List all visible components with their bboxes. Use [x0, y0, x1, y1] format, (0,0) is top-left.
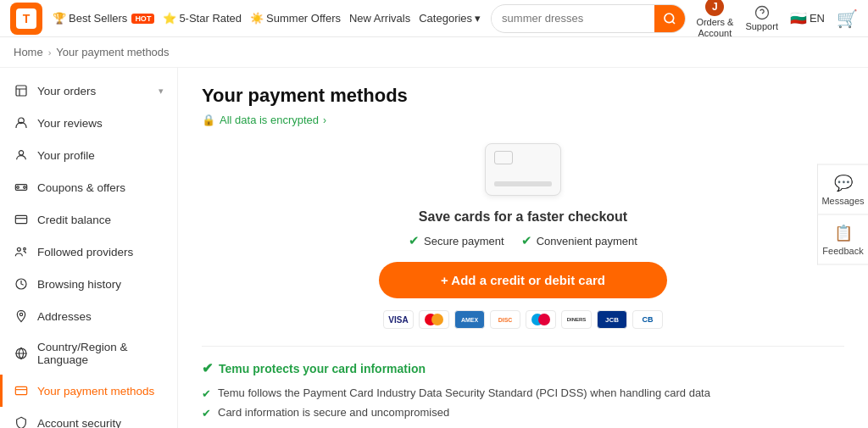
nav-best-sellers[interactable]: 🏆 Best Sellers HOT — [53, 12, 154, 25]
hot-badge: HOT — [131, 14, 154, 24]
page-title: Your payment methods — [202, 85, 844, 107]
sidebar-item-credit[interactable]: Credit balance — [0, 203, 177, 236]
orders-account-label: Orders &Account — [696, 17, 733, 39]
svg-rect-7 — [15, 185, 26, 191]
breadcrumb-separator: › — [48, 47, 52, 58]
discover-logo: DISC — [490, 310, 520, 329]
card-stripe — [494, 181, 552, 186]
security-item-1: ✔ Temu follows the Payment Card Industry… — [202, 386, 844, 400]
mastercard-logo — [419, 310, 449, 329]
sidebar: Your orders ▾ Your reviews Your profile … — [0, 68, 178, 428]
svg-line-1 — [672, 21, 675, 24]
top-nav: 🏆 Best Sellers HOT ⭐ 5-Star Rated ☀️ Sum… — [53, 12, 481, 25]
history-icon — [14, 276, 29, 292]
sidebar-item-payment[interactable]: Your payment methods — [0, 375, 177, 407]
sidebar-item-addresses[interactable]: Addresses — [0, 300, 177, 332]
svg-point-2 — [755, 7, 768, 19]
secure-payment-feature: ✔ Secure payment — [409, 233, 504, 248]
check-icon: ✔ — [202, 387, 211, 400]
language-icon — [14, 346, 29, 361]
breadcrumb-home[interactable]: Home — [14, 46, 43, 58]
save-cards-title: Save cards for a faster checkout — [202, 209, 844, 225]
nav-new-arrivals[interactable]: New Arrivals — [349, 12, 410, 25]
chevron-down-icon: ▾ — [475, 12, 481, 25]
coupons-icon — [14, 180, 29, 195]
card-illustration — [202, 143, 844, 196]
payment-features: ✔ Secure payment ✔ Convenient payment — [202, 233, 844, 248]
add-card-button[interactable]: + Add a credit or debit card — [379, 262, 667, 298]
sidebar-item-history[interactable]: Browsing history — [0, 268, 177, 300]
orders-account-button[interactable]: J Orders &Account — [696, 0, 733, 39]
jcb-logo: JCB — [597, 310, 627, 329]
convenient-payment-feature: ✔ Convenient payment — [521, 233, 637, 248]
header-right: J Orders &Account Support 🇧🇬 EN 🛒 — [696, 0, 858, 39]
followed-icon — [14, 244, 29, 259]
visa-logo: VISA — [383, 310, 414, 329]
diners-logo: DINERS — [561, 310, 592, 329]
site-header: T 🏆 Best Sellers HOT ⭐ 5-Star Rated ☀️ S… — [0, 0, 868, 37]
chevron-right-icon: › — [323, 114, 326, 126]
sidebar-item-security[interactable]: Account security — [0, 407, 177, 428]
search-button[interactable] — [654, 5, 685, 32]
support-button[interactable]: Support — [745, 5, 778, 31]
temu-logo[interactable]: T — [10, 3, 42, 35]
section-divider — [202, 346, 844, 347]
main-content: Your payment methods 🔒 All data is encry… — [178, 68, 868, 428]
language-button[interactable]: 🇧🇬 EN — [790, 10, 825, 26]
support-icon — [754, 5, 770, 20]
credit-card-image — [485, 143, 561, 196]
cart-button[interactable]: 🛒 — [837, 8, 858, 29]
svg-rect-8 — [15, 215, 26, 223]
credit-icon — [14, 212, 29, 227]
convenient-check-icon: ✔ — [521, 233, 532, 248]
search-input[interactable] — [492, 7, 654, 30]
payment-logos: VISA AMEX DISC DINERS JCB CB — [202, 310, 844, 329]
sidebar-item-orders[interactable]: Your orders ▾ — [0, 75, 177, 107]
search-bar — [491, 4, 686, 33]
secure-check-icon: ✔ — [409, 233, 420, 248]
svg-point-0 — [665, 14, 674, 23]
chevron-icon: ▾ — [159, 86, 164, 97]
sidebar-item-followed[interactable]: Followed providers — [0, 236, 177, 268]
orders-icon — [14, 83, 29, 98]
breadcrumb: Home › Your payment methods — [0, 37, 868, 68]
feedback-icon: 📋 — [834, 223, 853, 242]
nav-5star[interactable]: ⭐ 5-Star Rated — [163, 12, 242, 25]
svg-point-12 — [19, 313, 22, 315]
search-icon — [663, 12, 676, 25]
payment-icon — [14, 383, 29, 398]
security-section-title: ✔ Temu protects your card information — [202, 360, 844, 376]
sidebar-item-language[interactable]: Country/Region & Language — [0, 332, 177, 375]
maestro-logo — [526, 310, 556, 329]
messages-button[interactable]: 💬 Messages — [817, 164, 868, 214]
reviews-icon — [14, 115, 29, 131]
sidebar-item-profile[interactable]: Your profile — [0, 139, 177, 171]
cb-logo: CB — [632, 310, 663, 329]
amex-logo: AMEX — [454, 310, 485, 329]
breadcrumb-current: Your payment methods — [56, 46, 169, 58]
encrypted-badge[interactable]: 🔒 All data is encrypted › — [202, 114, 844, 126]
svg-point-10 — [24, 247, 26, 250]
security-item-2: ✔ Card information is secure and uncompr… — [202, 406, 844, 420]
svg-rect-4 — [16, 86, 26, 96]
nav-summer[interactable]: ☀️ Summer Offers — [250, 12, 341, 25]
check-icon: ✔ — [202, 407, 211, 420]
feedback-button[interactable]: 📋 Feedback — [817, 214, 868, 264]
nav-categories[interactable]: Categories ▾ — [419, 12, 481, 25]
page-layout: Your orders ▾ Your reviews Your profile … — [0, 68, 868, 428]
messages-icon: 💬 — [834, 173, 853, 192]
lock-icon: 🔒 — [202, 114, 215, 126]
avatar: J — [705, 0, 724, 16]
shield-check-icon: ✔ — [202, 360, 213, 376]
card-chip — [494, 151, 513, 164]
svg-point-9 — [17, 247, 20, 251]
float-panel: 💬 Messages 📋 Feedback — [817, 164, 868, 264]
security-icon — [14, 415, 29, 428]
sidebar-item-reviews[interactable]: Your reviews — [0, 107, 177, 139]
svg-point-6 — [19, 151, 23, 155]
sidebar-item-coupons[interactable]: Coupons & offers — [0, 171, 177, 203]
profile-icon — [14, 147, 29, 163]
security-list: ✔ Temu follows the Payment Card Industry… — [202, 386, 844, 428]
address-icon — [14, 308, 29, 324]
svg-rect-14 — [15, 386, 26, 394]
